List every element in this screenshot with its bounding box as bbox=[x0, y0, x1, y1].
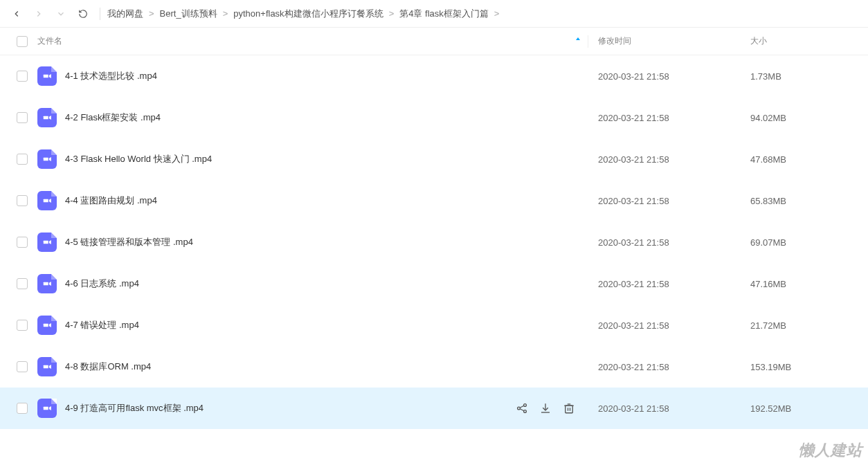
file-row[interactable]: 4-7 错误处理 .mp42020-03-21 21:5821.72MB bbox=[0, 304, 868, 346]
file-row[interactable]: 4-9 打造高可用flask mvc框架 .mp42020-03-21 21:5… bbox=[0, 388, 868, 429]
svg-line-86 bbox=[520, 409, 524, 411]
row-checkbox[interactable] bbox=[17, 361, 28, 372]
svg-rect-80 bbox=[44, 407, 48, 410]
sort-asc-icon[interactable] bbox=[574, 36, 582, 46]
header-divider bbox=[588, 35, 588, 48]
file-list: 4-1 技术选型比较 .mp42020-03-21 21:581.73MB4-2… bbox=[0, 55, 868, 429]
file-row[interactable]: 4-6 日志系统 .mp42020-03-21 21:5847.16MB bbox=[0, 263, 868, 304]
file-name: 4-4 蓝图路由规划 .mp4 bbox=[65, 194, 157, 207]
row-checkbox[interactable] bbox=[17, 278, 28, 289]
toolbar: 我的网盘>Bert_训练预料>python+flask构建微信小程序订餐系统>第… bbox=[0, 0, 868, 28]
column-date-header[interactable]: 修改时间 bbox=[598, 36, 631, 46]
file-row[interactable]: 4-2 Flask框架安装 .mp42020-03-21 21:5894.02M… bbox=[0, 97, 868, 138]
svg-rect-20 bbox=[44, 158, 48, 161]
file-name: 4-2 Flask框架安装 .mp4 bbox=[65, 111, 161, 124]
file-row[interactable]: 4-5 链接管理器和版本管理 .mp42020-03-21 21:5869.07… bbox=[0, 221, 868, 263]
share-button[interactable] bbox=[516, 402, 528, 414]
file-name: 4-8 数据库ORM .mp4 bbox=[65, 361, 151, 373]
file-name: 4-9 打造高可用flask mvc框架 .mp4 bbox=[65, 402, 204, 414]
refresh-icon bbox=[78, 9, 88, 19]
video-file-icon bbox=[37, 232, 57, 252]
svg-point-84 bbox=[524, 410, 527, 413]
row-checkbox[interactable] bbox=[17, 403, 28, 414]
video-file-icon bbox=[37, 108, 57, 127]
row-checkbox[interactable] bbox=[17, 154, 28, 165]
file-date: 2020-03-21 21:58 bbox=[598, 71, 669, 82]
svg-rect-30 bbox=[44, 199, 48, 203]
file-name: 4-7 错误处理 .mp4 bbox=[65, 319, 139, 331]
video-file-icon bbox=[37, 191, 57, 210]
row-checkbox[interactable] bbox=[17, 71, 28, 82]
breadcrumb-item[interactable]: 第4章 flask框架入门篇 bbox=[399, 8, 489, 20]
svg-marker-11 bbox=[49, 116, 51, 120]
file-size: 153.19MB bbox=[750, 362, 791, 372]
file-size: 94.02MB bbox=[750, 113, 786, 123]
file-size: 47.16MB bbox=[750, 279, 786, 289]
delete-button[interactable] bbox=[563, 402, 575, 414]
svg-marker-71 bbox=[49, 365, 51, 369]
svg-point-82 bbox=[518, 407, 521, 410]
file-row[interactable]: 4-4 蓝图路由规划 .mp42020-03-21 21:5865.83MB bbox=[0, 180, 868, 221]
breadcrumb-separator: > bbox=[493, 8, 501, 19]
column-size-header[interactable]: 大小 bbox=[750, 36, 767, 46]
file-date: 2020-03-21 21:58 bbox=[598, 237, 669, 248]
svg-rect-70 bbox=[44, 365, 48, 369]
row-divider bbox=[588, 111, 588, 124]
row-divider bbox=[588, 194, 588, 207]
row-divider bbox=[588, 361, 588, 373]
breadcrumb-item[interactable]: python+flask构建微信小程序订餐系统 bbox=[233, 8, 383, 20]
nav-history-button[interactable] bbox=[51, 4, 71, 24]
svg-rect-87 bbox=[566, 405, 573, 413]
table-header: 文件名 修改时间 大小 bbox=[0, 28, 868, 55]
video-file-icon bbox=[37, 357, 57, 376]
video-file-icon bbox=[37, 316, 57, 335]
file-date: 2020-03-21 21:58 bbox=[598, 320, 669, 331]
svg-rect-40 bbox=[44, 241, 48, 244]
row-checkbox[interactable] bbox=[17, 237, 28, 248]
svg-marker-61 bbox=[49, 323, 51, 327]
nav-forward-button[interactable] bbox=[29, 4, 48, 24]
row-checkbox[interactable] bbox=[17, 112, 28, 123]
row-divider bbox=[588, 236, 588, 248]
file-name: 4-1 技术选型比较 .mp4 bbox=[65, 70, 157, 82]
row-divider bbox=[588, 70, 588, 82]
file-date: 2020-03-21 21:58 bbox=[598, 196, 669, 206]
file-name: 4-5 链接管理器和版本管理 .mp4 bbox=[65, 236, 193, 248]
svg-marker-51 bbox=[49, 282, 51, 286]
chevron-left-icon bbox=[12, 9, 21, 19]
select-all-checkbox[interactable] bbox=[17, 36, 28, 47]
breadcrumb-separator: > bbox=[388, 8, 396, 19]
row-checkbox[interactable] bbox=[17, 320, 28, 331]
watermark: 懒人建站 bbox=[799, 440, 862, 461]
file-row[interactable]: 4-8 数据库ORM .mp42020-03-21 21:58153.19MB bbox=[0, 346, 868, 388]
breadcrumb-item[interactable]: 我的网盘 bbox=[107, 8, 143, 20]
file-size: 192.52MB bbox=[750, 403, 791, 414]
toolbar-divider bbox=[100, 8, 100, 20]
svg-rect-50 bbox=[44, 282, 48, 286]
chevron-right-icon bbox=[34, 9, 44, 19]
file-name: 4-3 Flask Hello World 快速入门 .mp4 bbox=[65, 153, 212, 165]
video-file-icon bbox=[37, 399, 57, 418]
file-date: 2020-03-21 21:58 bbox=[598, 362, 669, 372]
file-row[interactable]: 4-1 技术选型比较 .mp42020-03-21 21:581.73MB bbox=[0, 55, 868, 97]
row-divider bbox=[588, 402, 588, 414]
nav-refresh-button[interactable] bbox=[73, 4, 93, 24]
breadcrumb-item[interactable]: Bert_训练预料 bbox=[160, 8, 217, 20]
row-actions bbox=[516, 402, 575, 414]
file-row[interactable]: 4-3 Flask Hello World 快速入门 .mp42020-03-2… bbox=[0, 138, 868, 180]
column-name-header[interactable]: 文件名 bbox=[37, 35, 62, 47]
row-checkbox[interactable] bbox=[17, 195, 28, 206]
file-date: 2020-03-21 21:58 bbox=[598, 154, 669, 165]
file-size: 65.83MB bbox=[750, 196, 786, 206]
file-date: 2020-03-21 21:58 bbox=[598, 403, 669, 414]
svg-marker-81 bbox=[49, 406, 51, 410]
svg-rect-10 bbox=[44, 116, 48, 120]
row-divider bbox=[588, 319, 588, 331]
nav-back-button[interactable] bbox=[7, 4, 26, 24]
file-date: 2020-03-21 21:58 bbox=[598, 113, 669, 123]
file-size: 1.73MB bbox=[750, 71, 781, 82]
file-size: 47.68MB bbox=[750, 154, 786, 165]
video-file-icon bbox=[37, 274, 57, 293]
svg-point-83 bbox=[524, 404, 527, 407]
download-button[interactable] bbox=[539, 402, 552, 414]
